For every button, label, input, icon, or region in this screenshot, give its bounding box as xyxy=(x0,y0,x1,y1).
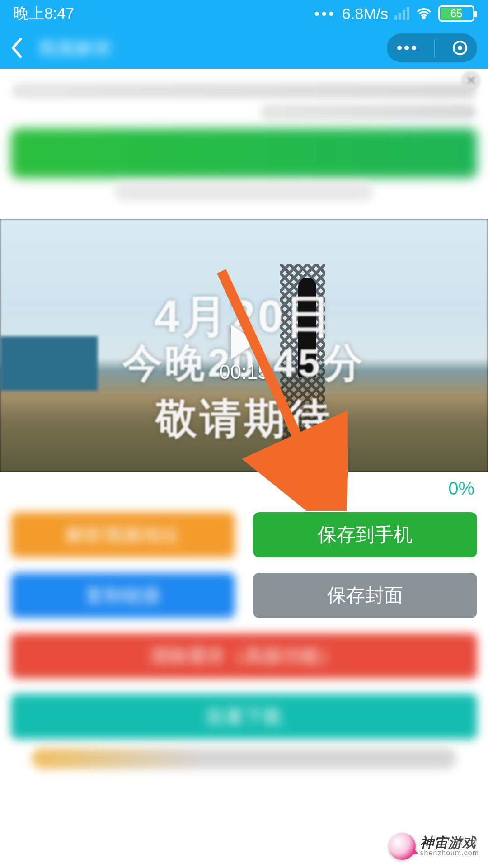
miniapp-capsule xyxy=(387,33,477,62)
battery-pct: 65 xyxy=(450,7,463,20)
overlay-line3: 敬请期待 xyxy=(0,391,488,447)
video-player[interactable]: 4月20日 今晚20:45分 敬请期待 00:15 xyxy=(0,219,488,472)
nav-bar: 视频解析 xyxy=(0,27,488,69)
save-cover-button[interactable]: 保存封面 xyxy=(253,573,477,618)
status-dots: ••• xyxy=(314,5,336,23)
status-time: 晚上8:47 xyxy=(14,3,74,24)
svg-point-0 xyxy=(423,17,425,19)
status-bar: 晚上8:47 ••• 6.8M/s 65 xyxy=(0,0,488,27)
back-button[interactable] xyxy=(9,37,24,59)
video-duration: 00:15 xyxy=(219,361,269,383)
svg-point-1 xyxy=(397,46,402,50)
blurred-text xyxy=(12,83,476,99)
batch-download-button[interactable]: 批量下载 xyxy=(11,694,477,739)
watermark-title: 神宙游戏 xyxy=(420,835,479,850)
button-label: 清除缓存（高级功能） xyxy=(149,643,339,669)
progress-row: 0% xyxy=(0,472,488,503)
blurred-input[interactable] xyxy=(11,128,477,178)
save-to-phone-button[interactable]: 保存到手机 xyxy=(253,512,477,557)
copy-link-button[interactable]: 复制链接 xyxy=(11,573,235,618)
play-icon[interactable] xyxy=(231,325,257,359)
info-panel: ✕ xyxy=(0,69,488,219)
page-title: 视频解析 xyxy=(38,36,114,61)
watermark-url: shenzhoum.com xyxy=(420,849,479,857)
button-label: 解析视频地址 xyxy=(66,522,180,547)
footer-area xyxy=(0,744,488,787)
wifi-icon xyxy=(416,5,432,22)
svg-point-5 xyxy=(458,46,462,50)
blurred-text xyxy=(260,104,476,119)
blurred-text xyxy=(32,748,456,769)
button-label: 保存到手机 xyxy=(318,522,413,547)
clear-cache-button[interactable]: 清除缓存（高级功能） xyxy=(11,633,477,679)
net-speed: 6.8M/s xyxy=(342,5,388,23)
target-icon[interactable] xyxy=(451,39,469,57)
action-buttons: 解析视频地址 保存到手机 复制链接 保存封面 清除缓存（高级功能） 批量下载 xyxy=(0,503,488,744)
button-label: 复制链接 xyxy=(85,583,161,608)
more-icon[interactable] xyxy=(395,43,418,52)
blurred-text xyxy=(115,183,373,201)
battery-icon: 65 xyxy=(438,5,474,22)
progress-percent: 0% xyxy=(448,478,474,499)
svg-point-3 xyxy=(412,46,416,50)
button-label: 批量下载 xyxy=(206,704,282,729)
watermark: 神宙游戏 shenzhoum.com xyxy=(389,833,479,860)
watermark-logo-icon xyxy=(389,833,416,860)
svg-point-2 xyxy=(404,46,409,50)
parse-video-button[interactable]: 解析视频地址 xyxy=(11,512,235,557)
signal-icon xyxy=(394,7,409,20)
button-label: 保存封面 xyxy=(327,583,403,608)
